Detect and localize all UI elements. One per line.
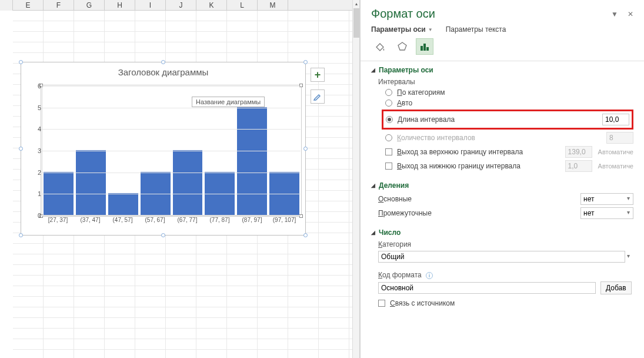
- bar[interactable]: [173, 150, 203, 215]
- x-axis-labels[interactable]: [27, 37](37, 47](47, 57](57, 67](67, 77]…: [42, 217, 301, 223]
- bin-count-input: [606, 132, 633, 144]
- tab-label: Параметры текста: [446, 25, 506, 34]
- section-axis-params[interactable]: ◢ Параметры оси: [371, 66, 633, 74]
- panel-title: Формат оси: [371, 7, 435, 21]
- panel-options-dropdown[interactable]: ▼: [611, 10, 618, 18]
- check-overflow[interactable]: Выход за верхнюю границу интервала Автом…: [385, 146, 633, 158]
- tab-axis-options[interactable]: Параметры оси ▼: [371, 25, 433, 34]
- axis-options-icon-tab[interactable]: [416, 38, 433, 55]
- bar[interactable]: [76, 150, 106, 215]
- section-ticks[interactable]: ◢ Деления: [371, 181, 633, 190]
- resize-handle-icon[interactable]: [303, 147, 308, 151]
- accel: П: [378, 209, 383, 217]
- field-label: сновные: [383, 195, 412, 203]
- radio-label: о категориям: [402, 88, 445, 97]
- col-header[interactable]: M: [258, 0, 288, 11]
- tab-text-options[interactable]: Параметры текста: [446, 25, 506, 34]
- field-label: од формата: [382, 271, 422, 279]
- checkbox-label: ыход за верхнюю границу интервала: [402, 148, 523, 156]
- radio-icon: [385, 89, 392, 96]
- add-format-button[interactable]: Добав: [600, 281, 632, 294]
- effects-icon-tab[interactable]: [393, 38, 411, 55]
- bar[interactable]: [205, 172, 235, 215]
- radio-bin-width-highlighted[interactable]: Длина интервала: [382, 110, 633, 130]
- accel: В: [397, 162, 402, 170]
- check-underflow[interactable]: Выход за нижнюю границу интервала Автома…: [385, 160, 633, 172]
- checkbox-icon: [385, 163, 392, 170]
- major-ticks-select[interactable]: [580, 193, 633, 205]
- embedded-chart[interactable]: Заголовок диаграммы Название диаграммы […: [21, 62, 306, 236]
- resize-handle-icon[interactable]: [161, 60, 165, 64]
- accel: Д: [398, 115, 402, 124]
- accel: К: [397, 134, 401, 142]
- chevron-down-icon: ▼: [428, 27, 433, 32]
- radio-by-category[interactable]: По категориям: [385, 88, 633, 97]
- bin-width-input[interactable]: [602, 114, 629, 125]
- radio-icon: [386, 116, 393, 123]
- col-header[interactable]: K: [196, 0, 227, 11]
- accel: К: [378, 240, 382, 248]
- radio-icon: [385, 134, 392, 141]
- auto-link[interactable]: Автоматиче: [598, 163, 633, 170]
- x-tick-label: (67, 77]: [171, 217, 203, 223]
- y-tick-label: 6: [28, 82, 41, 90]
- select-all-corner[interactable]: [0, 0, 13, 11]
- panel-close-button[interactable]: ✕: [628, 10, 633, 18]
- spreadsheet-area: E F G H I J K L M ▴ Заголовок диаграммы …: [0, 0, 360, 358]
- scroll-thumb[interactable]: [353, 8, 359, 38]
- col-header[interactable]: J: [166, 0, 196, 11]
- resize-handle-icon[interactable]: [19, 60, 23, 64]
- accel: К: [378, 271, 382, 279]
- y-tick-label: 5: [28, 104, 41, 111]
- bar[interactable]: [44, 172, 74, 215]
- format-code-input[interactable]: [378, 282, 596, 294]
- vertical-scrollbar[interactable]: ▴: [352, 0, 359, 358]
- collapse-icon: ◢: [371, 67, 375, 73]
- bar[interactable]: [141, 172, 171, 215]
- col-header[interactable]: L: [227, 0, 258, 11]
- bar[interactable]: [237, 107, 267, 215]
- scroll-up-button[interactable]: ▴: [353, 0, 359, 8]
- resize-handle-icon[interactable]: [303, 60, 308, 64]
- histogram-icon: [419, 41, 430, 52]
- overflow-input: [565, 146, 592, 158]
- y-tick-label: 0: [28, 212, 41, 219]
- resize-handle-icon[interactable]: [303, 233, 308, 237]
- chart-title[interactable]: Заголовок диаграммы: [21, 62, 305, 79]
- collapse-icon: ◢: [371, 230, 375, 236]
- check-linked-to-source[interactable]: Связь с источником: [378, 299, 633, 307]
- chart-style-brush-button[interactable]: [311, 90, 325, 104]
- chart-add-element-button[interactable]: +: [311, 68, 325, 82]
- section-number[interactable]: ◢ Число: [371, 228, 633, 237]
- svg-rect-3: [426, 47, 429, 51]
- col-header[interactable]: F: [44, 0, 74, 11]
- number-category-select[interactable]: [378, 251, 625, 263]
- fill-line-icon-tab[interactable]: [371, 38, 389, 55]
- accel: В: [397, 148, 402, 156]
- bar[interactable]: [269, 172, 299, 215]
- col-header[interactable]: E: [13, 0, 44, 11]
- section-title: Параметры оси: [379, 66, 433, 74]
- svg-rect-2: [423, 44, 426, 51]
- bar[interactable]: [108, 193, 138, 215]
- plot-area[interactable]: [42, 86, 301, 216]
- col-header[interactable]: H: [105, 0, 135, 11]
- y-tick-label: 4: [28, 125, 41, 132]
- col-header[interactable]: G: [74, 0, 105, 11]
- radio-bin-count[interactable]: Количество интервалов: [385, 132, 633, 144]
- checkbox-icon: [378, 300, 385, 307]
- radio-auto[interactable]: Авто: [385, 99, 633, 107]
- resize-handle-icon[interactable]: [19, 233, 23, 237]
- resize-handle-icon[interactable]: [19, 147, 23, 151]
- auto-link[interactable]: Автоматиче: [598, 148, 633, 155]
- checkbox-label: вязь с источником: [395, 299, 455, 307]
- tab-label: Параметры оси: [371, 25, 426, 34]
- col-header[interactable]: I: [135, 0, 166, 11]
- format-axis-panel: Формат оси ▼ ✕ Параметры оси ▼ Параметры…: [360, 0, 644, 358]
- info-icon[interactable]: i: [426, 272, 433, 279]
- checkbox-label: ыход за нижнюю границу интервала: [402, 162, 520, 170]
- minor-ticks-select[interactable]: [580, 207, 633, 219]
- y-tick-label: 1: [28, 190, 41, 197]
- resize-handle-icon[interactable]: [161, 233, 165, 237]
- checkbox-icon: [385, 148, 392, 155]
